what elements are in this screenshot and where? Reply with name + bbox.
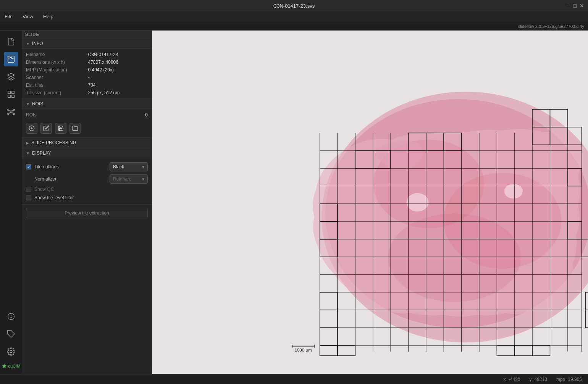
sidebar-icon-3d[interactable] — [4, 69, 18, 84]
svg-point-6 — [7, 109, 9, 111]
rois-count-value: 0 — [145, 111, 148, 118]
display-content: Tile outlines Black ▼ Normalizer Reinhar… — [22, 158, 152, 205]
status-mpp: mpp=19.905 — [556, 377, 582, 382]
tile-outlines-value: Black — [113, 164, 124, 169]
tile-outlines-arrow-icon: ▼ — [141, 165, 145, 169]
menu-view[interactable]: View — [21, 13, 35, 20]
sidebar-icon-puzzle[interactable] — [4, 327, 18, 341]
tile-outlines-dropdown[interactable]: Black ▼ — [110, 162, 148, 171]
cucim-badge: cuCIM — [0, 362, 22, 370]
slide-processing-arrow: ▶ — [26, 141, 29, 145]
roi-edit-btn[interactable] — [40, 123, 52, 134]
dimensions-value: 47807 x 40806 — [88, 59, 148, 66]
scanner-value: - — [88, 74, 148, 81]
show-tile-filter-row: Show tile-level filter — [22, 194, 152, 202]
sidebar-icon-file[interactable] — [4, 34, 18, 49]
menu-file[interactable]: File — [3, 13, 14, 20]
display-label: DISPLAY — [32, 150, 51, 156]
svg-text:1000 μm: 1000 μm — [294, 348, 312, 352]
cucim-label: cuCIM — [8, 364, 21, 368]
show-qc-label: Show QC — [34, 187, 148, 192]
menu-help[interactable]: Help — [42, 13, 55, 20]
rois-label: ROIS — [32, 101, 43, 106]
rois-arrow: ▼ — [26, 102, 30, 106]
dimensions-label: Dimensions (w x h) — [26, 59, 86, 66]
sidebar-icon-image[interactable] — [4, 52, 18, 66]
svg-point-29 — [407, 193, 429, 211]
svg-line-13 — [11, 112, 13, 114]
slide-processing-label: SLIDE PROCESSING — [31, 140, 76, 145]
slide-processing-header[interactable]: ▶ SLIDE PROCESSING — [22, 138, 152, 148]
normalizer-label: Normalizer — [34, 176, 107, 182]
show-qc-checkbox[interactable] — [26, 187, 31, 192]
status-y: y=48213 — [530, 377, 547, 382]
main-viewer[interactable]: 1000 μm — [152, 31, 588, 374]
svg-line-11 — [11, 110, 13, 111]
svg-rect-4 — [11, 95, 14, 97]
slide-section-header: SLIDE — [22, 31, 152, 39]
tile-outlines-label: Tile outlines — [34, 164, 107, 169]
svg-rect-1 — [8, 91, 10, 94]
window-title: C3N-01417-23.svs — [273, 3, 315, 9]
sidebar-icon-nodes[interactable] — [4, 105, 18, 119]
panel-sidebar: SLIDE ▼ INFO Filename C3N-01417-23 Dimen… — [22, 31, 152, 374]
normalizer-row: Normalizer Reinhard ▼ — [22, 173, 152, 185]
rois-content: ROIs 0 — [22, 109, 152, 138]
maximize-btn[interactable]: □ — [573, 3, 577, 9]
normalizer-arrow-icon: ▼ — [141, 177, 145, 181]
est-tiles-label: Est. tiles — [26, 82, 86, 89]
svg-marker-19 — [2, 364, 6, 368]
info-arrow: ▼ — [26, 42, 30, 46]
roi-actions — [26, 121, 148, 135]
filename-label: Filename — [26, 51, 86, 58]
rois-header[interactable]: ▼ ROIS — [22, 99, 152, 109]
mpp-value: 0.4942 (20x) — [88, 66, 148, 73]
roi-add-btn[interactable] — [26, 123, 37, 134]
version-text: slideflow 2.0.3+126.gf5e27703.dirty — [518, 24, 584, 29]
svg-point-18 — [10, 350, 12, 353]
svg-point-9 — [13, 113, 15, 115]
version-bar: slideflow 2.0.3+126.gf5e27703.dirty — [0, 22, 588, 31]
sidebar-icon-grid[interactable] — [4, 87, 18, 102]
svg-point-16 — [11, 317, 11, 318]
svg-point-7 — [13, 109, 15, 111]
preview-tile-btn[interactable]: Preview tile extraction — [26, 208, 148, 218]
sidebar-icon-settings[interactable] — [4, 344, 18, 359]
show-tile-filter-label: Show tile-level filter — [34, 195, 148, 200]
svg-rect-3 — [8, 95, 10, 97]
tile-size-label: Tile size (current) — [26, 89, 86, 96]
close-btn[interactable]: ✕ — [580, 3, 584, 9]
slide-canvas: 1000 μm — [152, 31, 588, 374]
scanner-label: Scanner — [26, 74, 86, 81]
menu-bar: File View Help — [0, 11, 588, 22]
filename-value: C3N-01417-23 — [88, 51, 148, 58]
normalizer-dropdown[interactable]: Reinhard ▼ — [110, 174, 148, 184]
title-bar: C3N-01417-23.svs ─ □ ✕ — [0, 0, 588, 11]
info-header[interactable]: ▼ INFO — [22, 39, 152, 49]
normalizer-value: Reinhard — [113, 176, 132, 182]
tile-size-value: 256 px, 512 um — [88, 89, 148, 96]
main-layout: cuCIM SLIDE ▼ INFO Filename C3N-01417-23… — [0, 31, 588, 374]
status-bar: x=-4430 y=48213 mpp=19.905 — [0, 374, 588, 384]
svg-line-10 — [9, 110, 10, 111]
svg-point-8 — [7, 113, 9, 115]
sidebar-bottom: cuCIM — [0, 309, 22, 374]
show-tile-filter-checkbox[interactable] — [26, 195, 31, 200]
svg-rect-2 — [11, 91, 14, 94]
minimize-btn[interactable]: ─ — [567, 3, 570, 9]
tile-outlines-checkbox[interactable] — [26, 164, 31, 169]
est-tiles-value: 704 — [88, 82, 148, 89]
display-header[interactable]: ▼ DISPLAY — [22, 148, 152, 158]
roi-save-btn[interactable] — [55, 123, 66, 134]
svg-point-28 — [388, 213, 521, 302]
window-controls[interactable]: ─ □ ✕ — [567, 3, 584, 9]
tile-outlines-row: Tile outlines Black ▼ — [22, 161, 152, 173]
status-x: x=-4430 — [504, 377, 520, 382]
roi-folder-btn[interactable] — [69, 123, 81, 134]
show-qc-row: Show QC — [22, 185, 152, 194]
sidebar-icon-lightning[interactable] — [4, 309, 18, 324]
info-label: INFO — [32, 41, 43, 46]
roi-count-row: ROIs 0 — [26, 111, 148, 118]
icon-sidebar: cuCIM — [0, 31, 22, 374]
rois-count-label: ROIs — [26, 111, 36, 118]
